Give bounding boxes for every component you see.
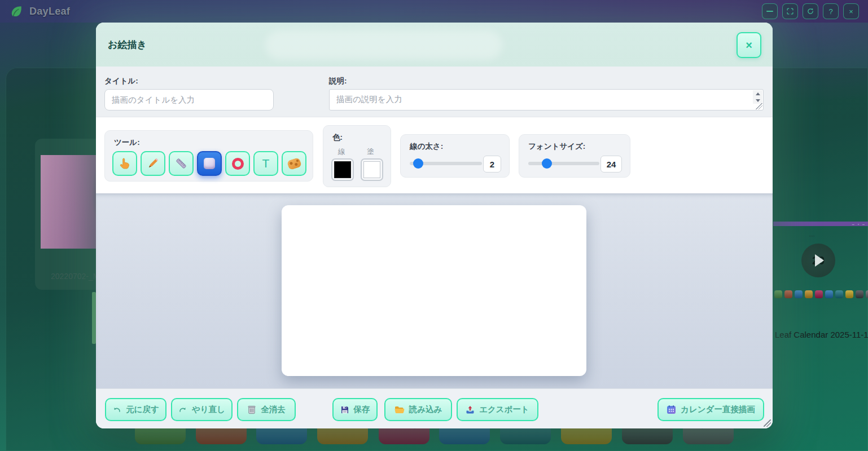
- header-ghost: [265, 30, 502, 60]
- stroke-color-label: 線: [338, 147, 345, 157]
- fullscreen-icon: [786, 7, 794, 15]
- description-field: [329, 89, 764, 110]
- textarea-scrollbar: [753, 90, 762, 104]
- mini-icon-row: [774, 290, 868, 298]
- dialog-header: お絵描き ×: [96, 23, 773, 67]
- fill-color-label: 塗: [367, 147, 374, 157]
- canvas-area: [96, 193, 773, 388]
- tool-rect-button[interactable]: [197, 151, 222, 176]
- calendar-icon: [667, 405, 676, 414]
- window-controls: ? ×: [762, 3, 859, 19]
- mini-icon: [856, 290, 863, 298]
- close-window-button[interactable]: ×: [843, 3, 859, 19]
- tools-label: ツール:: [114, 138, 140, 148]
- mini-icon: [815, 290, 823, 298]
- close-icon: ×: [849, 7, 853, 16]
- calendar-caption: Leaf Calendar 2025-11-19 2: [775, 330, 868, 339]
- square-icon: [204, 158, 215, 169]
- pencil-icon: [146, 157, 160, 170]
- title-input[interactable]: [104, 89, 274, 110]
- drawing-canvas[interactable]: [282, 205, 586, 376]
- mini-icon: [825, 290, 833, 298]
- export-icon: [466, 405, 475, 414]
- date-ticks: '''': [809, 235, 815, 240]
- textarea-resize-grip[interactable]: [755, 103, 762, 109]
- tool-row: T: [112, 151, 306, 176]
- help-icon: ?: [828, 7, 832, 16]
- play-icon: [815, 254, 824, 267]
- stroke-width-slider[interactable]: [410, 162, 482, 165]
- clear-all-button[interactable]: 全消去: [237, 398, 296, 421]
- description-label: 説明:: [329, 76, 347, 86]
- stroke-width-thumb[interactable]: [413, 158, 423, 169]
- tool-line-button[interactable]: [169, 151, 194, 176]
- trash-icon: [247, 405, 256, 414]
- dialog-form: タイトル: 説明:: [96, 67, 773, 117]
- mini-icon: [866, 290, 868, 298]
- undo-button[interactable]: 元に戻す: [105, 398, 166, 421]
- fullscreen-button[interactable]: [782, 3, 798, 19]
- undo-icon: [112, 406, 121, 413]
- dialog-footer: 元に戻す やり直し 全消去 保存 読み込み エクスポート カレンダー直接描画: [96, 388, 773, 428]
- dialog-resize-grip[interactable]: [764, 419, 771, 427]
- font-size-value[interactable]: 24: [600, 156, 622, 173]
- mini-icon: [795, 290, 803, 298]
- dialog-title: お絵描き: [108, 38, 147, 51]
- preview-window-controls: – ▫ –: [852, 222, 866, 226]
- dialog-close-button[interactable]: ×: [737, 32, 761, 58]
- title-label: タイトル:: [104, 76, 138, 86]
- color-card: 色: 線 塗: [323, 125, 391, 187]
- font-size-label: フォントサイズ:: [528, 142, 585, 152]
- dialog-toolbar: ツール: T: [96, 117, 773, 193]
- redo-icon: [178, 406, 187, 413]
- color-label: 色:: [332, 132, 343, 143]
- mini-icon: [784, 290, 792, 298]
- drawing-dialog: お絵描き × タイトル: 説明: ツール:: [96, 23, 773, 428]
- mini-icon: [805, 290, 813, 298]
- mini-icon: [845, 290, 853, 298]
- scroll-up-button[interactable]: [753, 90, 762, 97]
- ring-icon: [232, 158, 244, 170]
- load-button[interactable]: 読み込み: [384, 398, 452, 421]
- tool-select-button[interactable]: [112, 151, 137, 176]
- mini-icon: [835, 290, 843, 298]
- fill-color-value: [363, 161, 380, 178]
- hand-icon: [118, 157, 131, 170]
- memo-strip: [92, 292, 96, 344]
- description-input[interactable]: [330, 90, 752, 110]
- dayleaf-logo-icon: [9, 4, 24, 19]
- floppy-icon: [340, 405, 349, 414]
- reload-button[interactable]: [803, 3, 818, 19]
- tools-card: ツール: T: [104, 130, 313, 182]
- reload-icon: [806, 7, 814, 15]
- tool-text-button[interactable]: T: [253, 151, 278, 176]
- date-play-button[interactable]: 20: [801, 244, 835, 277]
- ruler-icon: [174, 157, 188, 170]
- titlebar: DayLeaf ? ×: [0, 0, 868, 23]
- calendar-direct-draw-button[interactable]: カレンダー直接描画: [657, 398, 764, 421]
- arrow-down-icon: [756, 99, 760, 102]
- font-size-thumb[interactable]: [542, 158, 552, 169]
- close-icon: ×: [746, 39, 752, 52]
- help-button[interactable]: ?: [823, 3, 839, 19]
- app-title: DayLeaf: [29, 6, 70, 17]
- fill-color-swatch[interactable]: [361, 158, 383, 181]
- mini-icon: [774, 290, 782, 298]
- minimize-button[interactable]: [762, 3, 778, 19]
- arrow-up-icon: [756, 92, 760, 95]
- stroke-width-label: 線の太さ:: [410, 142, 443, 152]
- tool-pen-button[interactable]: [141, 151, 165, 176]
- stroke-color-swatch[interactable]: [331, 158, 354, 181]
- sponge-icon: [286, 157, 301, 170]
- font-size-card: フォントサイズ: 24: [519, 134, 630, 178]
- save-button[interactable]: 保存: [332, 398, 378, 421]
- export-button[interactable]: エクスポート: [457, 398, 538, 421]
- font-size-slider[interactable]: [528, 162, 599, 165]
- redo-button[interactable]: やり直し: [171, 398, 233, 421]
- preview-titlebar: – ▫ –: [773, 222, 868, 226]
- stroke-width-value[interactable]: 2: [483, 156, 501, 173]
- folder-icon: [394, 405, 405, 414]
- minimize-icon: [766, 11, 773, 12]
- tool-eraser-button[interactable]: [282, 151, 306, 176]
- tool-circle-button[interactable]: [225, 151, 250, 176]
